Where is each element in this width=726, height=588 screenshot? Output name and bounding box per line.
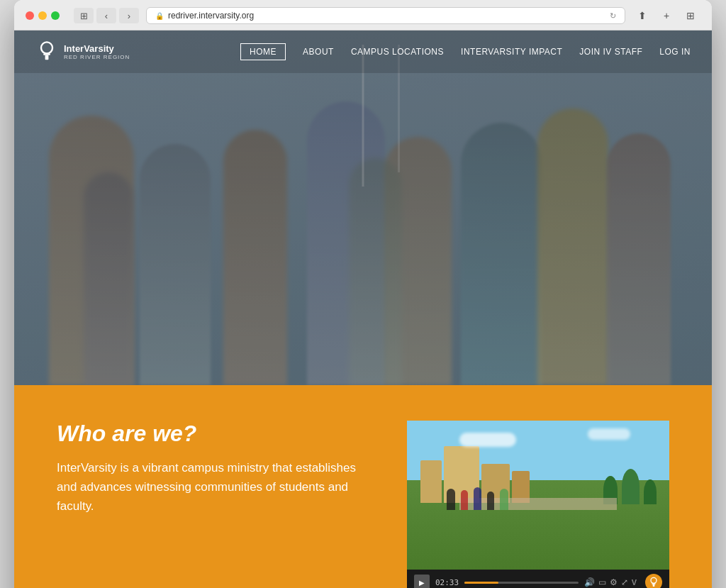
nav-link-about[interactable]: ABOUT [303,47,334,57]
video-controls[interactable]: ▶ 02:33 🔊 ▭ ⚙ ⤢ V [407,570,669,588]
lock-icon: 🔒 [155,12,164,20]
who-heading: Who are we? [57,421,364,447]
nav-logo-icon [35,40,58,63]
grid-button[interactable]: ⊞ [681,8,700,23]
vimeo-icon[interactable]: V [632,578,637,587]
svg-point-6 [651,577,657,583]
video-thumbnail[interactable] [407,421,669,570]
volume-icon[interactable]: 🔊 [584,577,595,587]
video-iv-logo [645,574,662,588]
video-control-icons: 🔊 ▭ ⚙ ⤢ V [584,577,637,587]
address-bar-area: 🔒 redriver.intervarsity.org ↻ [146,7,625,24]
browser-window: ⊞ ‹ › 🔒 redriver.intervarsity.org ↻ ⬆ + … [14,0,712,588]
site-navigation: InterVarsity RED RIVER REGION HOME ABOUT… [14,30,712,73]
video-cloud [459,433,516,447]
play-button[interactable]: ▶ [414,575,430,588]
minimize-button[interactable] [38,11,47,20]
subtitles-icon[interactable]: ▭ [598,577,606,587]
nav-link-join-staff[interactable]: JOIN IV STAFF [579,47,642,57]
nav-logo[interactable]: InterVarsity RED RIVER REGION [35,40,130,63]
video-timestamp: 02:33 [435,578,459,587]
nav-link-iv-impact[interactable]: INTERVARSITY IMPACT [461,47,562,57]
nav-links: HOME ABOUT CAMPUS LOCATIONS INTERVARSITY… [240,43,691,60]
video-scene [407,421,669,570]
svg-rect-8 [653,584,655,587]
sidebar-toggle-button[interactable]: ⊞ [74,8,94,23]
url-text: redriver.intervarsity.org [168,11,254,21]
video-progress-bar[interactable] [464,582,579,584]
back-button[interactable]: ‹ [96,8,116,23]
nav-logo-text: InterVarsity RED RIVER REGION [64,44,130,60]
svg-rect-7 [652,583,655,584]
settings-icon[interactable]: ⚙ [610,577,618,587]
hero-section: InterVarsity RED RIVER REGION HOME ABOUT… [14,30,712,385]
address-bar[interactable]: 🔒 redriver.intervarsity.org ↻ [146,7,625,24]
video-cloud-2 [588,428,630,440]
who-body-text: InterVarsity is a vibrant campus ministr… [57,458,364,516]
reload-icon[interactable]: ↻ [610,11,616,21]
hero-overlay [14,30,712,385]
maximize-button[interactable] [51,11,60,20]
browser-controls: ⊞ ‹ › [74,8,139,23]
nav-link-login[interactable]: LOG IN [659,47,691,57]
video-progress-fill [464,582,498,584]
iv-logo-small [648,577,659,588]
browser-right-controls: ⬆ + ⊞ [632,8,700,23]
svg-rect-1 [43,53,50,55]
close-button[interactable] [26,11,34,20]
who-section: Who are we? InterVarsity is a vibrant ca… [14,385,712,588]
fullscreen-icon[interactable]: ⤢ [621,577,628,587]
video-walking-people [447,487,508,510]
nav-link-home[interactable]: HOME [240,43,286,60]
who-text-block: Who are we? InterVarsity is a vibrant ca… [57,421,364,516]
nav-link-campus-locations[interactable]: CAMPUS LOCATIONS [351,47,444,57]
share-button[interactable]: ⬆ [632,8,652,23]
traffic-lights [26,11,60,20]
new-tab-button[interactable]: + [657,8,676,23]
svg-rect-2 [45,55,49,60]
website-content: InterVarsity RED RIVER REGION HOME ABOUT… [14,30,712,588]
hero-background [14,30,712,385]
forward-button[interactable]: › [119,8,139,23]
svg-point-0 [41,42,52,53]
browser-titlebar: ⊞ ‹ › 🔒 redriver.intervarsity.org ↻ ⬆ + … [14,0,712,30]
video-player: ▶ 02:33 🔊 ▭ ⚙ ⤢ V [407,421,669,588]
